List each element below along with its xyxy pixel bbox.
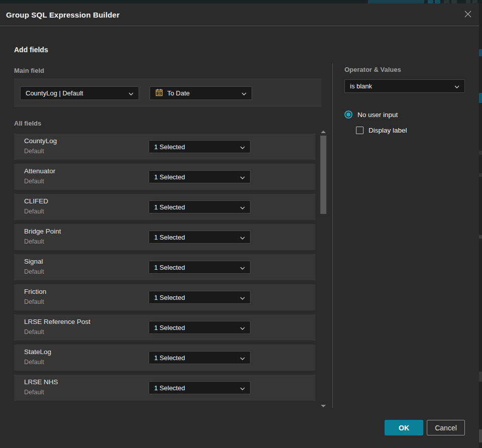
background-toolbar-button [435, 0, 440, 4]
field-subtype: Default [24, 298, 44, 305]
background-toolbar-button [472, 0, 477, 4]
ok-button[interactable]: OK [385, 420, 423, 435]
background-edge-mark [479, 429, 482, 442]
dialog-title: Group SQL Expression Builder [6, 4, 119, 26]
scroll-up-arrow-icon[interactable] [321, 131, 326, 133]
checkbox-unchecked-icon [356, 127, 364, 134]
field-row-friction: Friction Default 1 Selected [14, 284, 315, 310]
field-name: LRSE NHS [24, 378, 58, 386]
field-subtype: Default [24, 359, 44, 366]
field-selection-value: 1 Selected [154, 203, 185, 211]
field-selection-dropdown[interactable]: 1 Selected [149, 351, 251, 364]
chevron-down-icon [240, 384, 245, 392]
field-selection-value: 1 Selected [154, 143, 185, 151]
chevron-down-icon [240, 294, 245, 301]
field-selection-value: 1 Selected [154, 324, 185, 331]
background-toolbar-button [428, 0, 433, 4]
no-user-input-label: No user input [357, 111, 398, 119]
field-row-lrse-nhs: LRSE NHS Default 1 Selected [14, 375, 315, 401]
main-field-type-select[interactable]: To Date [150, 86, 252, 100]
field-selection-dropdown[interactable]: 1 Selected [149, 321, 251, 334]
background-edge-mark [479, 235, 482, 239]
fields-list-scrollbar[interactable] [320, 130, 326, 411]
field-row-bridge-point: Bridge Point Default 1 Selected [14, 224, 315, 250]
chevron-down-icon [240, 354, 245, 362]
group-sql-expression-builder-dialog: Group SQL Expression Builder Add fields … [0, 4, 479, 448]
field-selection-value: 1 Selected [154, 173, 185, 181]
background-app-edge [479, 4, 482, 448]
background-edge-mark [479, 372, 482, 382]
chevron-down-icon [240, 324, 245, 331]
all-fields-label: All fields [14, 120, 41, 127]
operator-values-heading: Operator & Values [344, 66, 401, 73]
main-field-select-value: CountyLog | Default [26, 89, 83, 97]
dialog-header: Group SQL Expression Builder [0, 4, 479, 26]
field-name: Friction [24, 288, 46, 295]
field-selection-dropdown[interactable]: 1 Selected [149, 140, 251, 153]
operator-select-value: is blank [350, 82, 372, 90]
scrollbar-thumb[interactable] [320, 136, 326, 214]
field-selection-value: 1 Selected [154, 384, 185, 392]
field-name: Signal [24, 258, 43, 265]
background-toolbar-button [451, 0, 457, 4]
field-selection-value: 1 Selected [154, 234, 185, 241]
main-field-panel: CountyLog | Default To Date [14, 78, 321, 107]
live-view-button[interactable]: Live view [368, 0, 424, 4]
cancel-button-label: Cancel [435, 424, 457, 432]
background-app-topbar: Live view [0, 0, 482, 4]
background-toolbar-button [444, 0, 449, 4]
field-name: CountyLog [24, 137, 57, 145]
field-row-attenuator: Attenuator Default 1 Selected [14, 164, 315, 190]
main-field-label: Main field [14, 67, 44, 74]
field-name: Bridge Point [24, 228, 61, 235]
background-edge-mark [479, 173, 482, 177]
field-subtype: Default [24, 238, 44, 245]
field-selection-value: 1 Selected [154, 264, 185, 271]
chevron-down-icon [240, 234, 245, 241]
background-edge-highlight [479, 93, 482, 103]
field-selection-value: 1 Selected [154, 354, 185, 362]
no-user-input-radio[interactable]: No user input [344, 110, 398, 119]
chevron-down-icon [240, 173, 245, 181]
operator-select[interactable]: is blank [344, 79, 465, 93]
background-edge-highlight [479, 49, 482, 56]
field-subtype: Default [24, 178, 44, 185]
to-date-calendar-icon [155, 88, 163, 98]
field-subtype: Default [24, 268, 44, 275]
field-selection-dropdown[interactable]: 1 Selected [149, 231, 251, 244]
field-row-signal: Signal Default 1 Selected [14, 254, 315, 280]
all-fields-list: CountyLog Default 1 Selected Attenuator … [14, 134, 315, 401]
display-label-checkbox[interactable]: Display label [356, 127, 407, 134]
chevron-down-icon [242, 89, 247, 97]
background-toolbar-button [466, 0, 470, 4]
scroll-down-arrow-icon[interactable] [321, 405, 326, 407]
cancel-button[interactable]: Cancel [427, 420, 465, 435]
main-field-select[interactable]: CountyLog | Default [20, 86, 139, 100]
field-selection-dropdown[interactable]: 1 Selected [149, 261, 251, 274]
chevron-down-icon [240, 203, 245, 211]
chevron-down-icon [240, 264, 245, 271]
field-row-statelog: StateLog Default 1 Selected [14, 345, 315, 371]
add-fields-heading: Add fields [14, 46, 48, 54]
close-icon [464, 10, 472, 20]
field-subtype: Default [24, 208, 44, 215]
field-row-clifed: CLIFED Default 1 Selected [14, 194, 315, 220]
background-edge-mark [479, 151, 482, 155]
live-view-label: Live view [371, 0, 396, 1]
field-name: StateLog [24, 348, 51, 356]
field-name: CLIFED [24, 197, 48, 205]
field-selection-value: 1 Selected [154, 294, 185, 301]
field-selection-dropdown[interactable]: 1 Selected [149, 381, 251, 394]
field-name: Attenuator [24, 167, 55, 175]
main-field-type-value: To Date [167, 89, 190, 97]
field-subtype: Default [24, 389, 44, 396]
field-selection-dropdown[interactable]: 1 Selected [149, 170, 251, 183]
field-subtype: Default [24, 328, 44, 335]
panel-divider [332, 63, 333, 408]
field-row-lrse-reference-post: LRSE Reference Post Default 1 Selected [14, 314, 315, 341]
field-selection-dropdown[interactable]: 1 Selected [149, 291, 251, 304]
display-label-label: Display label [369, 127, 407, 134]
field-selection-dropdown[interactable]: 1 Selected [149, 200, 251, 213]
chevron-down-icon [129, 89, 134, 97]
close-button[interactable] [463, 10, 473, 20]
